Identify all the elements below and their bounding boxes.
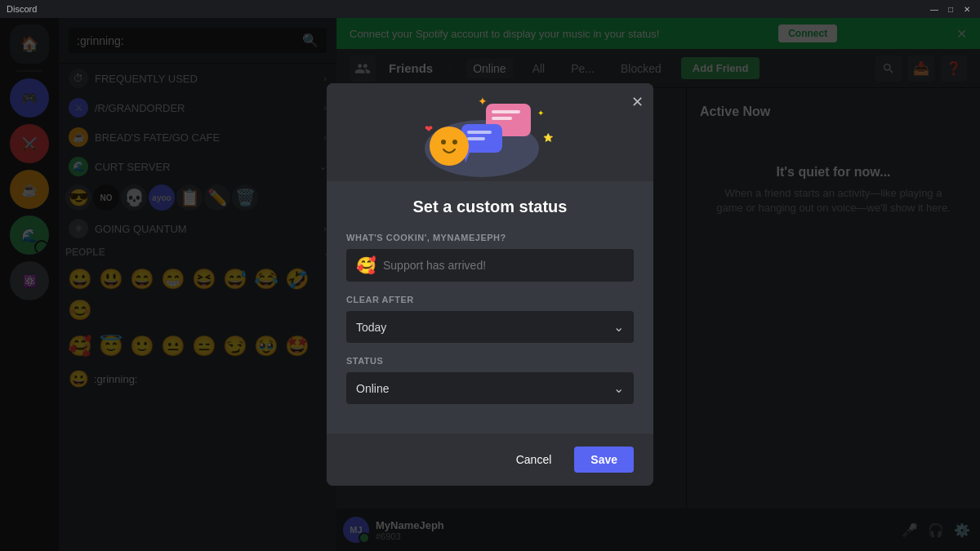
svg-point-11 [430,127,469,166]
modal-title: Set a custom status [346,198,634,216]
save-button[interactable]: Save [574,447,634,473]
window-controls: — □ ✕ [928,2,973,16]
clear-after-select[interactable]: Today ⌄ [346,311,634,343]
svg-text:✦: ✦ [537,109,544,118]
modal-overlay: ✕ ✦ ✦ [0,18,980,551]
svg-rect-3 [492,110,520,113]
app-container: 🏠 🎮 ⚔️ ☕ 🌊 ⚛️ 🔍 ⏱ FREQUENTLY US [0,18,980,551]
modal-illustration: ✕ ✦ ✦ [327,83,653,181]
svg-point-12 [441,140,446,144]
modal-field-label: WHAT'S COOKIN', MYNAMEJEPH? [346,233,634,242]
svg-text:❤: ❤ [425,123,433,135]
svg-rect-10 [467,137,485,140]
modal-footer: Cancel Save [327,433,653,486]
status-emoji-icon[interactable]: 🥰 [356,256,376,275]
status-select[interactable]: Online ⌄ [346,372,634,404]
close-button[interactable]: ✕ [960,2,973,16]
clear-after-label: CLEAR AFTER [346,295,634,304]
maximize-button[interactable]: □ [944,2,957,16]
modal-input-wrap: 🥰 [346,249,634,282]
svg-rect-4 [492,117,512,120]
app-title: Discord [7,4,37,14]
clear-after-value: Today [356,321,613,334]
svg-text:✦: ✦ [478,95,488,108]
modal-close-button[interactable]: ✕ [631,93,644,111]
modal-body: Set a custom status WHAT'S COOKIN', MYNA… [327,181,653,433]
svg-text:⭐: ⭐ [543,132,554,143]
svg-point-13 [452,140,457,144]
svg-rect-9 [467,131,492,134]
minimize-button[interactable]: — [928,2,941,16]
status-arrow-icon: ⌄ [613,380,624,396]
status-label: STATUS [346,356,634,366]
custom-status-modal: ✕ ✦ ✦ [327,83,653,486]
status-value: Online [356,382,613,395]
title-bar: Discord — □ ✕ [0,0,980,18]
clear-after-arrow-icon: ⌄ [613,319,624,335]
custom-status-input[interactable] [383,259,624,272]
cancel-button[interactable]: Cancel [503,447,565,473]
